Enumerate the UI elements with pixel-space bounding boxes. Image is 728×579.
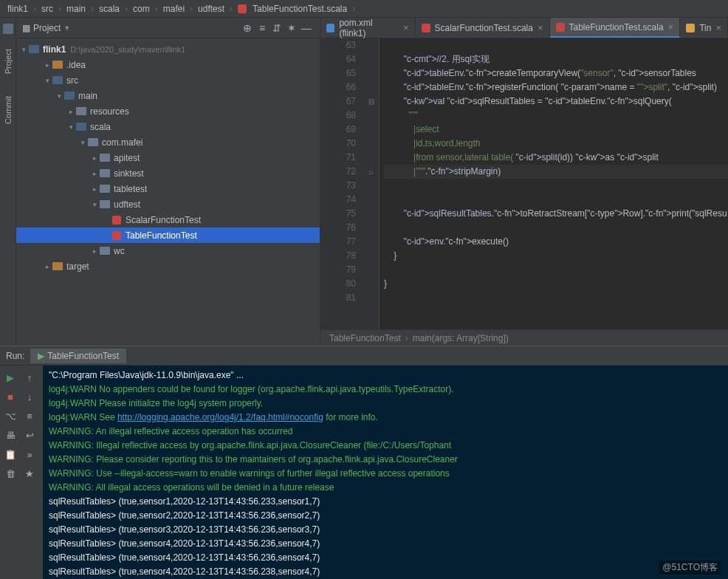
tree-item-main[interactable]: main bbox=[16, 88, 320, 103]
console-output[interactable]: "C:\Program Files\Java\jdk-11.0.9\bin\ja… bbox=[43, 366, 728, 579]
print-icon[interactable]: 🖶 bbox=[1, 426, 19, 444]
tree-item-sinktest[interactable]: sinktest bbox=[16, 165, 320, 181]
breadcrumb-item[interactable]: flink1 bbox=[6, 4, 30, 14]
console-line: WARNING: All illegal access operations w… bbox=[49, 481, 722, 495]
run-panel-header: Run: ▶ TableFunctionTest bbox=[0, 346, 728, 366]
tab-label: Tin bbox=[699, 23, 711, 33]
tree-item-apitest[interactable]: apitest bbox=[16, 150, 320, 165]
console-line: WARNING: Illegal reflective access by or… bbox=[49, 439, 722, 453]
breadcrumb-sep: › bbox=[154, 4, 159, 14]
tree-item-scala[interactable]: scala bbox=[16, 119, 320, 134]
breadcrumb-item[interactable]: mafei bbox=[162, 4, 186, 14]
breadcrumb-sep: › bbox=[89, 4, 95, 14]
filter-icon[interactable]: ≡ bbox=[21, 407, 38, 425]
code-editor[interactable]: 63646566676869707172737475767778798081 ⊟… bbox=[320, 38, 728, 329]
breadcrumb-item[interactable]: scala bbox=[97, 4, 121, 14]
line-gutter: 63646566676869707172737475767778798081 bbox=[320, 38, 363, 329]
export-icon[interactable]: 📋 bbox=[1, 445, 19, 463]
console-line: sqlResultTables> (true,sensor4,2020-12-1… bbox=[49, 565, 722, 579]
tree-item-tabletest[interactable]: tabletest bbox=[16, 181, 320, 196]
project-panel-icon: ▦ bbox=[22, 23, 30, 33]
breadcrumb-item[interactable]: src bbox=[40, 4, 55, 14]
tree-item-wc[interactable]: wc bbox=[16, 243, 320, 258]
close-icon[interactable]: × bbox=[538, 22, 543, 33]
project-panel: ▦ Project ▼ ⊕ ≡ ⇵ ✶ — flink1D:\java2020_… bbox=[16, 18, 320, 346]
file-icon bbox=[422, 24, 430, 32]
console-line: WARNING: Use --illegal-access=warn to en… bbox=[49, 467, 722, 481]
tab-label: ScalarFunctionTest.scala bbox=[435, 23, 533, 33]
run-tab-label: TableFunctionTest bbox=[47, 351, 119, 361]
tree-item--idea[interactable]: .idea bbox=[16, 57, 320, 72]
tree-item-TableFunctionTest[interactable]: TableFunctionTest bbox=[16, 227, 320, 243]
console-line: log4j:WARN Please initialize the log4j s… bbox=[49, 397, 722, 411]
editor-tab[interactable]: pom.xml (flink1)× bbox=[320, 18, 416, 38]
tree-item-resources[interactable]: resources bbox=[16, 103, 320, 119]
close-icon[interactable]: × bbox=[403, 22, 409, 33]
editor-tab[interactable]: TableFunctionTest.scala× bbox=[550, 18, 681, 38]
editor-tab[interactable]: ScalarFunctionTest.scala× bbox=[416, 18, 550, 38]
breadcrumb-item[interactable]: udftest bbox=[196, 4, 226, 14]
tab-label: TableFunctionTest.scala bbox=[569, 22, 664, 32]
console-line: sqlResultTables> (true,sensor3,2020-12-1… bbox=[49, 523, 722, 537]
run-tab[interactable]: ▶ TableFunctionTest bbox=[30, 349, 126, 363]
editor-panel: pom.xml (flink1)×ScalarFunctionTest.scal… bbox=[320, 18, 728, 346]
run-panel: Run: ▶ TableFunctionTest ▶ ↑ ■ ↓ ⌥ ≡ 🖶 ↩… bbox=[0, 346, 728, 579]
trash-icon[interactable]: 🗑 bbox=[1, 465, 19, 482]
gutter-icons: ⊟⌂ bbox=[363, 38, 380, 329]
breadcrumb-sep: › bbox=[57, 4, 63, 14]
project-tree[interactable]: flink1D:\java2020_study\maven\flink1.ide… bbox=[16, 38, 320, 346]
tree-item-ScalarFunctionTest[interactable]: ScalarFunctionTest bbox=[16, 212, 320, 227]
console-line: "C:\Program Files\Java\jdk-11.0.9\bin\ja… bbox=[49, 369, 722, 383]
tree-item-com-mafei[interactable]: com.mafei bbox=[16, 134, 320, 150]
breadcrumb-file[interactable]: TableFunctionTest.scala bbox=[251, 4, 348, 14]
hide-icon[interactable]: — bbox=[299, 21, 314, 35]
run-toolbar: ▶ ↑ ■ ↓ ⌥ ≡ 🖶 ↩ 📋 » 🗑 ★ bbox=[0, 366, 43, 579]
expand-all-icon[interactable]: ≡ bbox=[255, 21, 269, 35]
breadcrumb-item[interactable]: main bbox=[65, 4, 87, 14]
left-toolwindow-bar: Project Commit bbox=[0, 18, 16, 346]
editor-breadcrumb: TableFunctionTest › main(args: Array[Str… bbox=[320, 329, 728, 346]
tree-item-src[interactable]: src bbox=[16, 72, 320, 88]
close-icon[interactable]: × bbox=[715, 22, 721, 33]
console-link[interactable]: http://logging.apache.org/log4j/1.2/faq.… bbox=[117, 412, 323, 422]
rerun-icon[interactable]: ▶ bbox=[1, 369, 19, 386]
console-line: WARNING: An illegal reflective access op… bbox=[49, 425, 722, 439]
breadcrumb-item[interactable]: com bbox=[131, 4, 151, 14]
up-icon[interactable]: ↑ bbox=[21, 369, 38, 386]
watermark: @51CTO博客 bbox=[659, 561, 721, 575]
file-icon bbox=[556, 23, 565, 32]
console-line: log4j:WARN No appenders could be found f… bbox=[49, 383, 722, 397]
editor-breadcrumb-fn[interactable]: main(args: Array[String]) bbox=[413, 333, 509, 343]
stop-icon[interactable]: ■ bbox=[1, 388, 19, 405]
project-toolwindow-label[interactable]: Project bbox=[4, 49, 13, 74]
editor-breadcrumb-class[interactable]: TableFunctionTest bbox=[329, 333, 401, 343]
locate-icon[interactable]: ⊕ bbox=[240, 21, 255, 35]
collapse-all-icon[interactable]: ⇵ bbox=[269, 21, 284, 35]
commit-toolwindow-label[interactable]: Commit bbox=[4, 96, 13, 124]
tab-label: pom.xml (flink1) bbox=[339, 18, 399, 38]
code-content[interactable]: "c-cmt">//2. 用sql实现 "c-id">tableEnv."c-f… bbox=[380, 38, 728, 329]
layout-icon[interactable]: ⌥ bbox=[1, 407, 19, 425]
editor-tab[interactable]: Tin× bbox=[680, 18, 728, 38]
console-line: log4j:WARN See http://logging.apache.org… bbox=[49, 411, 722, 425]
editor-tabs: pom.xml (flink1)×ScalarFunctionTest.scal… bbox=[320, 18, 728, 38]
tree-item-udftest[interactable]: udftest bbox=[16, 196, 320, 212]
breadcrumb-sep: › bbox=[32, 4, 38, 14]
tree-root[interactable]: flink1D:\java2020_study\maven\flink1 bbox=[16, 41, 320, 57]
settings-icon[interactable]: ★ bbox=[21, 465, 38, 482]
close-icon[interactable]: × bbox=[668, 21, 674, 32]
console-line: sqlResultTables> (true,sensor2,2020-12-1… bbox=[49, 509, 722, 523]
breadcrumb-sep: › bbox=[123, 4, 129, 14]
tree-item-target[interactable]: target bbox=[16, 258, 320, 274]
wrap-icon[interactable]: ↩ bbox=[21, 426, 38, 444]
project-panel-title: Project bbox=[33, 23, 61, 33]
file-icon bbox=[326, 24, 334, 32]
down-icon[interactable]: ↓ bbox=[21, 388, 38, 405]
show-options-icon[interactable]: ✶ bbox=[284, 21, 299, 35]
project-toolwindow-icon[interactable] bbox=[3, 24, 13, 34]
file-icon bbox=[686, 24, 695, 32]
console-line: sqlResultTables> (true,sensor4,2020-12-1… bbox=[49, 537, 722, 551]
scroll-icon[interactable]: » bbox=[21, 445, 38, 463]
project-view-dropdown-icon[interactable]: ▼ bbox=[63, 24, 70, 32]
run-config-icon: ▶ bbox=[38, 351, 44, 361]
